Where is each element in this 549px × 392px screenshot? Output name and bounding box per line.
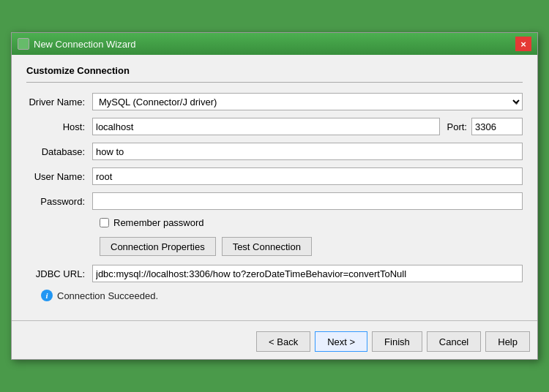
port-label: Port: [440, 121, 471, 132]
driver-label: Driver Name: [26, 97, 92, 108]
app-icon [18, 38, 29, 50]
cancel-button[interactable]: Cancel [427, 331, 481, 352]
remember-row: Remember password [100, 217, 523, 228]
port-input[interactable] [471, 118, 523, 135]
driver-wrapper: MySQL (Connector/J driver)PostgreSQLSQLi… [92, 93, 523, 110]
username-row: User Name: [26, 167, 523, 185]
password-label: Password: [26, 196, 92, 207]
dialog-window: New Connection Wizard × Customize Connec… [11, 32, 538, 360]
titlebar-left: New Connection Wizard [18, 38, 135, 50]
section-divider [26, 82, 523, 83]
database-row: Database: [26, 143, 523, 160]
back-button[interactable]: < Back [256, 331, 310, 352]
next-button[interactable]: Next > [315, 331, 367, 352]
titlebar: New Connection Wizard × [12, 33, 537, 55]
test-connection-button[interactable]: Test Connection [222, 237, 312, 256]
host-label: Host: [26, 121, 92, 132]
remember-checkbox[interactable] [100, 218, 109, 227]
close-button[interactable]: × [515, 37, 531, 51]
status-row: i Connection Succeeded. [41, 290, 523, 301]
jdbc-input[interactable] [92, 265, 523, 282]
footer-buttons: < Back Next > Finish Cancel Help [12, 328, 537, 359]
connection-properties-button[interactable]: Connection Properties [100, 237, 216, 256]
remember-label: Remember password [113, 217, 204, 228]
username-input[interactable] [92, 167, 523, 185]
dialog-title: New Connection Wizard [34, 39, 135, 50]
connection-buttons-row: Connection Properties Test Connection [100, 237, 523, 256]
password-row: Password: [26, 192, 523, 210]
status-text: Connection Succeeded. [57, 290, 158, 301]
username-label: User Name: [26, 171, 92, 182]
host-port-group: Port: [92, 118, 523, 135]
help-button[interactable]: Help [485, 331, 530, 352]
database-input[interactable] [92, 143, 523, 160]
host-row: Host: Port: [26, 118, 523, 135]
driver-select[interactable]: MySQL (Connector/J driver)PostgreSQLSQLi… [92, 93, 523, 110]
jdbc-row: JDBC URL: [26, 265, 523, 282]
jdbc-label: JDBC URL: [26, 268, 92, 279]
section-title: Customize Connection [26, 65, 523, 76]
database-label: Database: [26, 146, 92, 157]
footer-divider [12, 320, 537, 321]
info-icon: i [41, 290, 53, 301]
driver-row: Driver Name: MySQL (Connector/J driver)P… [26, 93, 523, 110]
dialog-content: Customize Connection Driver Name: MySQL … [12, 55, 537, 314]
host-input[interactable] [92, 118, 440, 135]
password-input[interactable] [92, 192, 523, 210]
finish-button[interactable]: Finish [372, 331, 422, 352]
